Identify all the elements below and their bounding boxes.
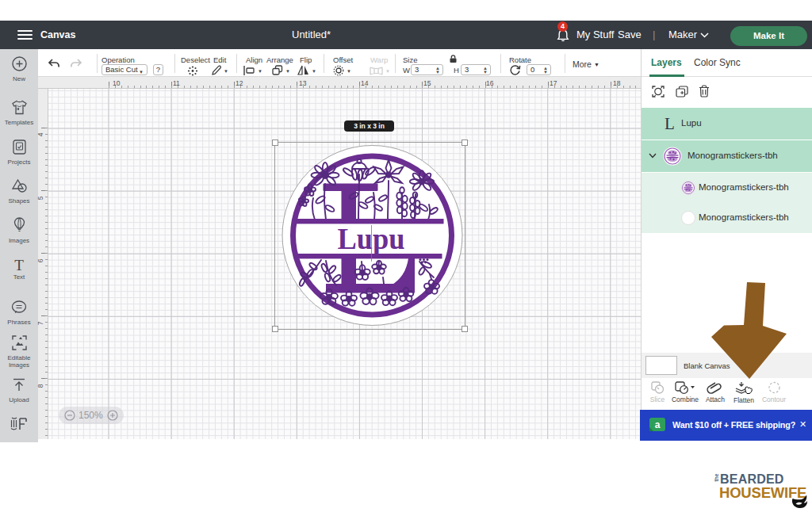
svg-text:a: a: [655, 419, 661, 430]
